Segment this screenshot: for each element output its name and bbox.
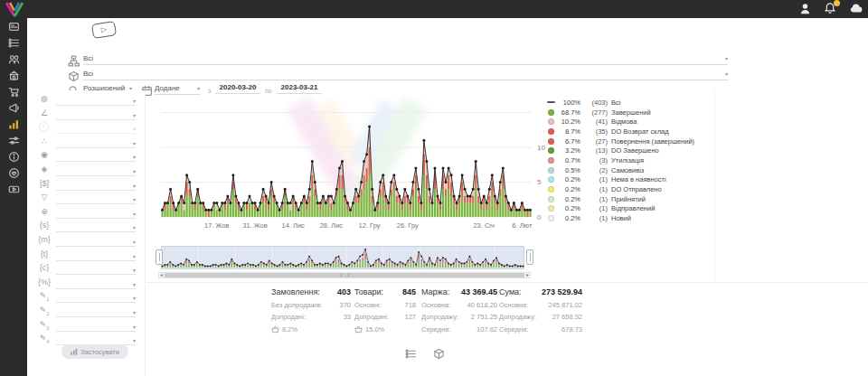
product-view-icon[interactable] bbox=[433, 347, 445, 359]
legend-count: (1) bbox=[584, 185, 608, 193]
chart-navigator[interactable] bbox=[161, 246, 524, 273]
utm-term-select[interactable]: ▾ bbox=[56, 249, 136, 261]
legend-item[interactable]: 6.7%(27)Повернення (завершений) bbox=[546, 136, 718, 146]
legend-label: DO Завершено bbox=[611, 146, 659, 155]
scroll-right-arrow-icon[interactable]: ▸ bbox=[526, 272, 529, 278]
legend-count: (3) bbox=[584, 156, 608, 164]
legend-dot-symbol bbox=[548, 215, 554, 221]
utm-medium-select[interactable]: ▾ bbox=[56, 235, 136, 247]
svg-text:5: 5 bbox=[537, 178, 542, 186]
utm-content-select[interactable]: ▾ bbox=[56, 277, 136, 289]
navigator-right-handle[interactable] bbox=[526, 249, 533, 265]
legend-item[interactable]: 0.2%(1)DO Отправлено bbox=[546, 184, 718, 194]
utm-content-icon: {%} bbox=[38, 277, 51, 287]
sidebar-item-analytics[interactable] bbox=[0, 116, 27, 132]
svg-text:12. Гру: 12. Гру bbox=[359, 221, 381, 230]
legend-count: (1) bbox=[584, 195, 608, 203]
sidebar-item-settings[interactable] bbox=[0, 132, 27, 148]
sidebar-item-cart[interactable] bbox=[0, 83, 27, 99]
chevron-down-icon: ▾ bbox=[133, 112, 136, 119]
sidebar-item-dashboard[interactable] bbox=[0, 18, 27, 34]
chevron-down-icon: ▾ bbox=[133, 168, 136, 175]
custom-field-2-select[interactable]: ▾ bbox=[56, 306, 136, 317]
legend-item[interactable]: 8.7%(35)DO Возврат склад bbox=[546, 127, 718, 136]
filter-row-utm-source: {s}▾ bbox=[27, 221, 145, 233]
sidebar-item-customers[interactable] bbox=[0, 51, 27, 67]
list-view-icon[interactable] bbox=[405, 347, 417, 359]
sidebar-item-video[interactable] bbox=[0, 181, 27, 197]
profile-cloud-icon[interactable] bbox=[849, 2, 863, 15]
sidebar-item-info[interactable] bbox=[0, 148, 27, 164]
basket-icon bbox=[271, 325, 279, 334]
legend-item[interactable]: 68.7%(277)Завершений bbox=[546, 108, 718, 118]
product-select-value: Всі bbox=[83, 70, 93, 78]
legend-item[interactable]: 10.2%(41)Відмова bbox=[546, 117, 718, 127]
legend-count: (1) bbox=[584, 175, 608, 183]
legend-item[interactable]: 0.2%(1)Відправлений bbox=[546, 204, 718, 214]
promo-tag-icon[interactable]: ▷ bbox=[91, 21, 117, 39]
navigator-left-handle[interactable] bbox=[156, 249, 163, 265]
svg-text:17. Жов: 17. Жов bbox=[204, 221, 230, 230]
funnel-select[interactable]: ▾ bbox=[56, 193, 136, 204]
legend-item[interactable]: 0.2%(1)Прийнятий bbox=[546, 194, 718, 204]
utm-term-icon: {t} bbox=[38, 249, 51, 258]
scrollbar-thumb[interactable] bbox=[165, 273, 524, 277]
orders-chart[interactable]: 051017. Жов31. Жов14. Лис28. Лис12. Гру2… bbox=[161, 87, 550, 237]
sidebar-item-store[interactable] bbox=[0, 67, 27, 83]
legend-item[interactable]: 0.5%(2)Самовивіз bbox=[546, 165, 718, 175]
utm-source-select[interactable]: ▾ bbox=[56, 221, 136, 232]
channel-select[interactable]: ▾ bbox=[56, 94, 136, 106]
app-logo-icon[interactable] bbox=[3, 1, 26, 17]
scroll-left-arrow-icon[interactable]: ◂ bbox=[160, 272, 163, 278]
structure-select[interactable]: ▾ bbox=[56, 136, 136, 148]
stat-column: Сума:273 529.94Основна:245 871.02Допрода… bbox=[499, 287, 582, 334]
chevron-down-icon: ▾ bbox=[133, 253, 136, 260]
help-select[interactable]: ▾ bbox=[56, 122, 136, 134]
sidebar-item-loyalty[interactable] bbox=[0, 164, 27, 181]
stat-sub-label: Без допродажів: bbox=[271, 301, 323, 309]
chevron-down-icon: ▾ bbox=[133, 309, 136, 316]
customers-icon bbox=[8, 53, 20, 65]
package-select[interactable]: ▾ bbox=[56, 164, 136, 176]
top-filters: ▷ Всі ▾ Всі ▾ Розширений ▾ Додане ▾ з 20… bbox=[27, 18, 868, 90]
legend-count: (27) bbox=[584, 137, 608, 146]
legend-label: DO Возврат склад bbox=[611, 127, 669, 136]
category-select[interactable]: Всі ▾ bbox=[83, 54, 728, 65]
navigator-scrollbar[interactable]: ◂ ▸ bbox=[158, 272, 531, 278]
legend-item[interactable]: 0.2%(1)Новий bbox=[546, 213, 718, 223]
cart-icon bbox=[8, 86, 20, 98]
utm-campaign-select[interactable]: ▾ bbox=[56, 263, 136, 275]
legend-item[interactable]: 0.2%(1)Нема в наявності bbox=[546, 175, 718, 185]
legend-dot-symbol bbox=[548, 176, 554, 183]
svg-text:26. Гру: 26. Гру bbox=[397, 221, 419, 230]
stat-sub-label: Основна: bbox=[499, 301, 528, 309]
globe-select[interactable]: ▾ bbox=[56, 207, 136, 219]
product-select[interactable]: Всі ▾ bbox=[83, 70, 728, 80]
funnel-icon: ▽ bbox=[38, 193, 51, 202]
apply-button[interactable]: Застосувати bbox=[61, 344, 128, 359]
legend-item[interactable]: 100%(403)Всі bbox=[546, 98, 718, 108]
stat-column: Замовлення:403Без допродажів:370Допродан… bbox=[271, 287, 351, 334]
legend-count: (35) bbox=[584, 127, 608, 136]
legend-dot-symbol bbox=[548, 128, 554, 135]
legend-label: Завершений bbox=[611, 108, 651, 117]
legend-percent: 100% bbox=[558, 99, 580, 107]
chevron-down-icon: ▾ bbox=[133, 126, 136, 133]
notification-badge bbox=[834, 0, 840, 6]
legend-item[interactable]: 0.7%(3)Утилізація bbox=[546, 155, 718, 165]
payment-select[interactable]: ▾ bbox=[56, 179, 136, 191]
sidebar-item-promo[interactable] bbox=[0, 99, 27, 116]
notifications-bell-icon[interactable] bbox=[824, 2, 837, 15]
stat-sub-label: Основна: bbox=[421, 301, 450, 309]
user-icon[interactable] bbox=[798, 2, 812, 15]
custom-field-3-select[interactable]: ▾ bbox=[56, 320, 136, 332]
custom-field-1-select[interactable]: ▾ bbox=[56, 291, 136, 303]
badge-select[interactable]: ▾ bbox=[56, 150, 136, 162]
settings-icon bbox=[8, 135, 20, 146]
sidebar-item-orders[interactable] bbox=[0, 34, 27, 51]
legend-item[interactable]: 3.2%(13)DO Завершено bbox=[546, 146, 718, 155]
info-icon bbox=[8, 151, 20, 163]
legend-label: Прийнятий bbox=[611, 195, 646, 203]
ramp-select[interactable]: ▾ bbox=[56, 108, 136, 120]
svg-text:28. Лис: 28. Лис bbox=[320, 221, 344, 230]
